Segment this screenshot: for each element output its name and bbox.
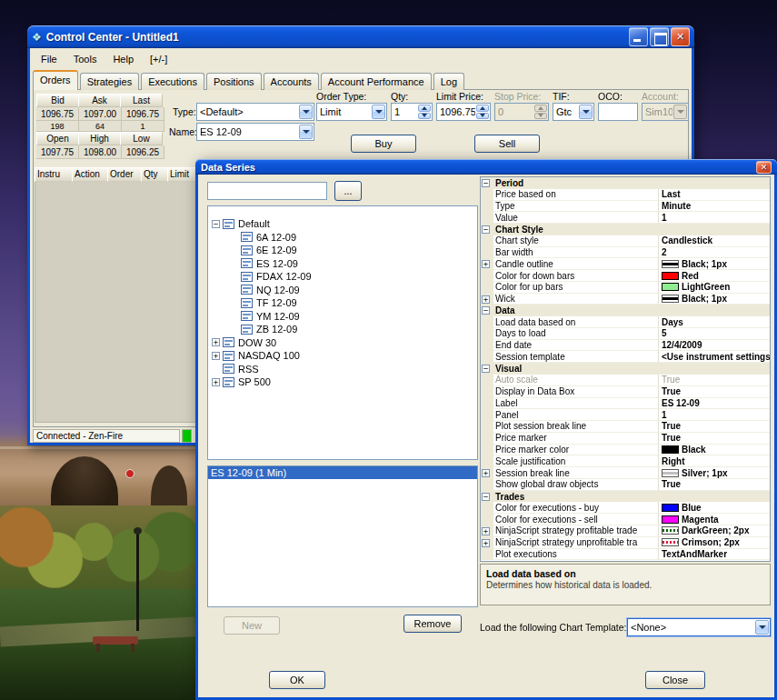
collapse-icon[interactable]: − xyxy=(482,493,490,501)
maximize-icon[interactable] xyxy=(650,27,669,46)
property-row-color-for-up-bars[interactable]: Color for up barsLightGreen xyxy=(481,282,770,294)
collapse-icon[interactable]: − xyxy=(482,179,490,187)
property-row-plot-session-break-line[interactable]: Plot session break lineTrue xyxy=(481,421,770,433)
order-type-combo[interactable]: Limit xyxy=(316,103,387,121)
property-row-load-data-based-on[interactable]: Load data based onDays xyxy=(481,316,770,328)
chevron-down-icon[interactable] xyxy=(299,105,313,119)
property-row-price-marker-color[interactable]: Price marker colorBlack xyxy=(481,445,770,456)
menu-item[interactable]: [+/-] xyxy=(142,52,175,66)
property-row-session-break-line[interactable]: +Session break lineSilver; 1px xyxy=(481,467,770,479)
property-category-period[interactable]: −Period xyxy=(481,177,770,189)
tree-item-sp-500[interactable]: +SP 500 xyxy=(208,375,477,389)
property-row-show-global-draw-objects[interactable]: Show global draw objectsTrue xyxy=(481,479,770,491)
browse-button[interactable]: ... xyxy=(334,181,362,201)
tree-item-6e-12-09[interactable]: 6E 12-09 xyxy=(208,244,477,257)
property-row-display-in-data-box[interactable]: Display in Data BoxTrue xyxy=(481,386,770,398)
atm-type-combo[interactable]: <Default> xyxy=(196,103,314,121)
chart-template-combo[interactable]: <None> xyxy=(627,618,771,636)
instrument-search-input[interactable] xyxy=(207,182,327,200)
new-button[interactable]: New xyxy=(224,616,280,635)
buy-button[interactable]: Buy xyxy=(351,135,416,153)
property-category-visual[interactable]: −Visual xyxy=(481,363,770,375)
orders-column-header-instru[interactable]: Instru xyxy=(35,167,73,182)
qty-spinner[interactable]: 1 xyxy=(391,103,433,121)
expand-icon[interactable]: + xyxy=(482,539,490,547)
property-row-value[interactable]: Value1 xyxy=(481,212,770,224)
tree-item-6a-12-09[interactable]: 6A 12-09 xyxy=(208,231,477,245)
property-category-chart-style[interactable]: −Chart Style xyxy=(481,224,770,235)
tree-item-rss[interactable]: RSS xyxy=(208,363,477,376)
tree-item-nq-12-09[interactable]: NQ 12-09 xyxy=(208,284,477,297)
expand-icon[interactable]: + xyxy=(482,260,490,268)
property-row-wick[interactable]: +WickBlack; 1px xyxy=(481,294,770,305)
collapse-icon[interactable]: − xyxy=(212,220,220,228)
ok-button[interactable]: OK xyxy=(269,671,325,689)
tree-item-ym-12-09[interactable]: YM 12-09 xyxy=(208,310,477,324)
oco-text[interactable] xyxy=(598,103,638,121)
expand-icon[interactable]: + xyxy=(212,338,220,346)
tab-orders[interactable]: Orders xyxy=(33,70,78,90)
tree-item-tf-12-09[interactable]: TF 12-09 xyxy=(208,296,477,310)
menu-help[interactable]: Help xyxy=(105,52,142,66)
property-row-candle-outline[interactable]: +Candle outlineBlack; 1px xyxy=(481,258,770,270)
tree-item-es-12-09[interactable]: ES 12-09 xyxy=(208,257,477,271)
property-row-days-to-load[interactable]: Days to load5 xyxy=(481,328,770,340)
limit-price-spinner[interactable]: 1096.75 xyxy=(436,103,491,121)
property-row-ninjascript-strategy-unprofitable-tra[interactable]: +NinjaScript strategy unprofitable traCr… xyxy=(481,537,770,549)
collapse-icon[interactable]: − xyxy=(482,365,490,373)
property-category-trades[interactable]: −Trades xyxy=(481,491,770,503)
spinner-up-icon[interactable] xyxy=(476,105,489,112)
orders-column-header-qty[interactable]: Qty xyxy=(141,167,168,182)
property-row-type[interactable]: TypeMinute xyxy=(481,201,770,213)
property-row-plot-executions[interactable]: Plot executionsTextAndMarker xyxy=(481,549,770,561)
orders-column-header-order[interactable]: Order xyxy=(107,167,142,182)
tab-accounts[interactable]: Accounts xyxy=(264,73,319,90)
instrument-name-combo[interactable]: ES 12-09 xyxy=(196,123,314,141)
tree-item-zb-12-09[interactable]: ZB 12-09 xyxy=(208,323,477,336)
tree-item-dow-30[interactable]: +DOW 30 xyxy=(208,336,477,350)
expand-icon[interactable]: + xyxy=(482,527,490,535)
spinner-down-icon[interactable] xyxy=(476,113,489,120)
property-row-color-for-executions-buy[interactable]: Color for executions - buyBlue xyxy=(481,502,770,514)
property-row-scale-justification[interactable]: Scale justificationRight xyxy=(481,455,770,467)
remove-button[interactable]: Remove xyxy=(403,615,462,633)
property-row-color-for-down-bars[interactable]: Color for down barsRed xyxy=(481,270,770,282)
menu-file[interactable]: File xyxy=(33,52,65,66)
property-row-chart-style[interactable]: Chart styleCandlestick xyxy=(481,235,770,247)
chevron-down-icon[interactable] xyxy=(755,620,769,635)
tab-executions[interactable]: Executions xyxy=(141,73,204,90)
property-row-end-date[interactable]: End date12/4/2009 xyxy=(481,340,770,352)
spinner-down-icon[interactable] xyxy=(418,113,431,120)
property-row-auto-scale[interactable]: Auto scaleTrue xyxy=(481,375,770,386)
property-row-price-based-on[interactable]: Price based onLast xyxy=(481,189,770,201)
chevron-down-icon[interactable] xyxy=(299,125,313,139)
expand-icon[interactable]: + xyxy=(482,469,490,477)
tif-combo[interactable]: Gtc xyxy=(553,103,594,121)
close-icon[interactable] xyxy=(756,161,772,174)
tab-account-performance[interactable]: Account Performance xyxy=(321,73,432,90)
close-icon[interactable] xyxy=(671,27,690,46)
expand-icon[interactable]: + xyxy=(212,352,220,360)
tree-item-nasdaq-100[interactable]: +NASDAQ 100 xyxy=(208,349,477,363)
control-center-titlebar[interactable]: ❖ Control Center - Untitled1 xyxy=(27,25,694,48)
close-button[interactable]: Close xyxy=(645,671,705,689)
chevron-down-icon[interactable] xyxy=(372,105,385,119)
expand-icon[interactable]: + xyxy=(212,378,220,386)
property-row-bar-width[interactable]: Bar width2 xyxy=(481,247,770,259)
collapse-icon[interactable]: − xyxy=(482,306,490,315)
orders-column-header-action[interactable]: Action xyxy=(72,167,108,182)
dialog-titlebar[interactable]: Data Series xyxy=(195,159,777,175)
property-row-ninjascript-strategy-profitable-trade[interactable]: +NinjaScript strategy profitable tradeDa… xyxy=(481,525,770,537)
collapse-icon[interactable]: − xyxy=(482,225,490,234)
minimize-icon[interactable] xyxy=(629,27,648,46)
property-row-color-for-executions-sell[interactable]: Color for executions - sellMagenta xyxy=(481,514,770,525)
tree-item-fdax-12-09[interactable]: FDAX 12-09 xyxy=(208,270,477,284)
sell-button[interactable]: Sell xyxy=(474,135,540,153)
tab-positions[interactable]: Positions xyxy=(206,73,262,90)
property-row-price-marker[interactable]: Price markerTrue xyxy=(481,433,770,445)
tree-item-default[interactable]: −Default xyxy=(208,217,477,231)
property-row-session-template[interactable]: Session template<Use instrument settings… xyxy=(481,351,770,363)
property-row-label[interactable]: LabelES 12-09 xyxy=(481,398,770,410)
menu-tools[interactable]: Tools xyxy=(65,52,105,66)
property-category-data[interactable]: −Data xyxy=(481,305,770,316)
